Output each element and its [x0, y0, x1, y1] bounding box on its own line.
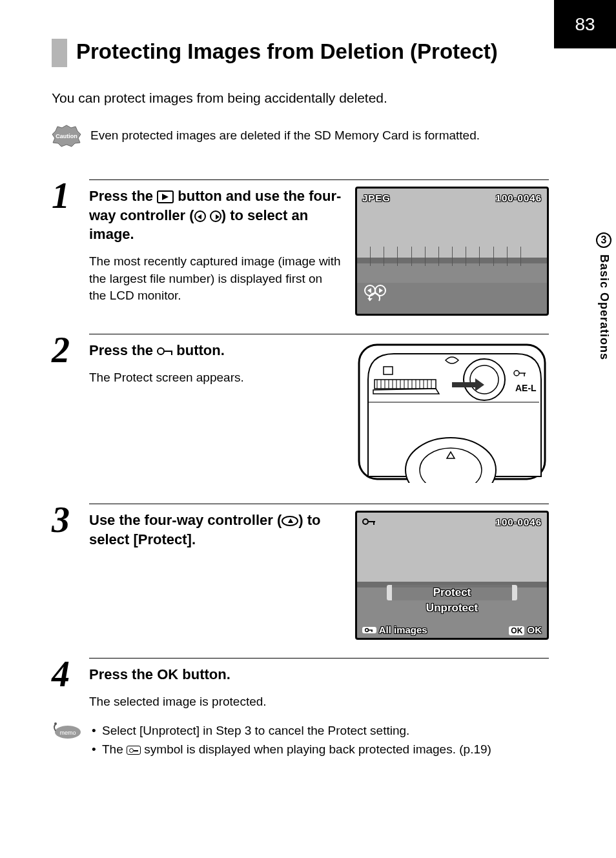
lcd-preview-2: 100-0046 Protect Unprotect All images: [355, 511, 549, 640]
step-1: 1 Press the button and use the four-way …: [52, 179, 549, 316]
caution-note: Caution Even protected images are delete…: [52, 124, 549, 147]
step-head-text: button.: [182, 666, 231, 682]
memo-icon: memo: [52, 722, 81, 740]
camera-diagram: AE-L: [355, 341, 549, 483]
svg-point-25: [470, 365, 498, 394]
step-head-text: Press the: [89, 666, 157, 682]
step-head-text: Press the: [89, 188, 157, 204]
right-arrow-icon: [210, 210, 221, 222]
step-heading: Use the four-way controller () to select…: [89, 511, 342, 549]
up-arrow-icon: [282, 516, 298, 526]
menu-item-protect: Protect: [389, 585, 515, 600]
caution-icon: Caution: [52, 124, 81, 147]
lcd-menu: Protect Unprotect: [357, 585, 547, 616]
lcd-protect-icon: [362, 516, 376, 529]
menu-item-unprotect: Unprotect: [357, 600, 547, 616]
svg-rect-7: [375, 380, 436, 389]
memo-text: symbol is displayed when playing back pr…: [144, 742, 491, 756]
caution-text: Even protected images are deleted if the…: [90, 128, 480, 143]
page-number: 83: [554, 0, 616, 48]
lcd-format-label: JPEG: [362, 192, 391, 203]
svg-marker-5: [367, 298, 373, 301]
protected-symbol-icon: [127, 746, 141, 755]
step-2: 2 Press the button. The Protect screen a…: [52, 334, 549, 485]
lcd-nav-icons: [364, 284, 389, 307]
ok-badge: OK: [509, 626, 524, 635]
step-heading: Press the OK button.: [89, 665, 549, 684]
lcd-scenery: [370, 247, 534, 266]
svg-point-34: [363, 519, 368, 524]
left-arrow-icon: [194, 210, 206, 222]
lcd-preview-1: JPEG 100-0046: [355, 187, 549, 316]
title-accent-bar: [52, 39, 67, 67]
memo-text: The: [102, 742, 127, 756]
section-title-row: Protecting Images from Deletion (Protect…: [52, 39, 549, 67]
step-number: 3: [52, 504, 89, 640]
svg-point-37: [365, 629, 369, 632]
lcd-folder-label: 100-0046: [496, 192, 542, 203]
step-head-text: button.: [176, 342, 225, 358]
memo-item: Select [Unprotect] in Step 3 to cancel t…: [90, 722, 491, 741]
chapter-number: 3: [596, 232, 611, 248]
svg-point-41: [54, 722, 57, 725]
playback-icon: [157, 190, 174, 203]
step-number: 2: [52, 334, 89, 485]
step-description: The selected image is protected.: [89, 693, 549, 711]
page-content: Protecting Images from Deletion (Protect…: [52, 39, 549, 777]
ok-icon: OK: [157, 666, 178, 682]
memo-item: The symbol is displayed when playing bac…: [90, 741, 491, 759]
footer-all-images: All images: [379, 624, 427, 635]
step-4: 4 Press the OK button. The selected imag…: [52, 658, 549, 759]
protect-badge-icon: [362, 627, 376, 633]
memo-label: memo: [59, 730, 76, 736]
svg-rect-23: [384, 367, 393, 374]
memo-list: Select [Unprotect] in Step 3 to cancel t…: [90, 722, 491, 759]
lcd-folder-label: 100-0046: [496, 516, 542, 529]
section-title: Protecting Images from Deletion (Protect…: [76, 39, 498, 65]
footer-ok: OK: [528, 624, 542, 635]
svg-marker-4: [379, 288, 383, 293]
step-number: 1: [52, 179, 89, 316]
side-tab: 3 Basic Operations: [591, 232, 616, 384]
step-heading: Press the button and use the four-way co…: [89, 187, 342, 244]
step-head-text: Use the four-way controller (: [89, 512, 282, 528]
step-description: The Protect screen appears.: [89, 369, 342, 387]
ae-l-label: AE-L: [515, 383, 537, 393]
intro-text: You can protect images from being accide…: [52, 90, 549, 106]
caution-label: Caution: [56, 133, 77, 139]
step-description: The most recently captured image (image …: [89, 253, 342, 305]
step-3: 3 Use the four-way controller () to sele…: [52, 504, 549, 640]
protect-key-icon: [157, 347, 172, 355]
step-heading: Press the button.: [89, 341, 342, 360]
step-head-text: Press the: [89, 342, 157, 358]
chapter-title: Basic Operations: [597, 254, 611, 360]
svg-marker-2: [367, 288, 371, 293]
lcd-footer: All images OK OK: [362, 624, 542, 635]
memo-note: memo Select [Unprotect] in Step 3 to can…: [52, 722, 549, 759]
